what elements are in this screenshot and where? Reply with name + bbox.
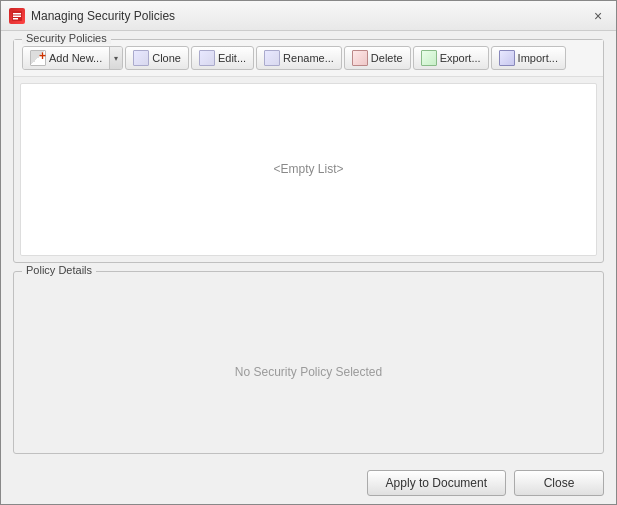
dialog-body: Security Policies Add New... ▾ Clone bbox=[1, 31, 616, 462]
add-new-button[interactable]: Add New... ▾ bbox=[22, 46, 123, 70]
no-policy-text: No Security Policy Selected bbox=[235, 365, 382, 379]
clone-label: Clone bbox=[152, 52, 181, 64]
add-new-label: Add New... bbox=[49, 52, 102, 64]
policy-details-section: Policy Details No Security Policy Select… bbox=[13, 271, 604, 454]
security-policies-section: Security Policies Add New... ▾ Clone bbox=[13, 39, 604, 263]
svg-rect-2 bbox=[13, 15, 21, 17]
add-new-dropdown-arrow[interactable]: ▾ bbox=[109, 47, 122, 69]
dialog-title: Managing Security Policies bbox=[31, 9, 588, 23]
security-policies-label: Security Policies bbox=[22, 32, 111, 44]
edit-label: Edit... bbox=[218, 52, 246, 64]
rename-icon bbox=[264, 50, 280, 66]
policy-details-label: Policy Details bbox=[22, 264, 96, 276]
delete-icon bbox=[352, 50, 368, 66]
delete-button[interactable]: Delete bbox=[344, 46, 411, 70]
export-icon bbox=[421, 50, 437, 66]
policies-toolbar: Add New... ▾ Clone Edit... Rename... bbox=[14, 40, 603, 77]
export-label: Export... bbox=[440, 52, 481, 64]
export-button[interactable]: Export... bbox=[413, 46, 489, 70]
clone-button[interactable]: Clone bbox=[125, 46, 189, 70]
no-policy-area: No Security Policy Selected bbox=[14, 272, 603, 453]
svg-rect-1 bbox=[13, 13, 21, 15]
title-bar: Managing Security Policies × bbox=[1, 1, 616, 31]
import-icon bbox=[499, 50, 515, 66]
close-window-button[interactable]: × bbox=[588, 6, 608, 26]
button-bar: Apply to Document Close bbox=[1, 462, 616, 504]
empty-list-text: <Empty List> bbox=[273, 162, 343, 176]
delete-label: Delete bbox=[371, 52, 403, 64]
import-button[interactable]: Import... bbox=[491, 46, 566, 70]
close-button[interactable]: Close bbox=[514, 470, 604, 496]
add-new-icon bbox=[30, 50, 46, 66]
rename-label: Rename... bbox=[283, 52, 334, 64]
edit-button[interactable]: Edit... bbox=[191, 46, 254, 70]
clone-icon bbox=[133, 50, 149, 66]
empty-list-area: <Empty List> bbox=[20, 83, 597, 256]
rename-button[interactable]: Rename... bbox=[256, 46, 342, 70]
dialog-icon bbox=[9, 8, 25, 24]
managing-security-policies-dialog: Managing Security Policies × Security Po… bbox=[0, 0, 617, 505]
edit-icon bbox=[199, 50, 215, 66]
import-label: Import... bbox=[518, 52, 558, 64]
apply-to-document-button[interactable]: Apply to Document bbox=[367, 470, 506, 496]
svg-rect-3 bbox=[13, 18, 18, 20]
